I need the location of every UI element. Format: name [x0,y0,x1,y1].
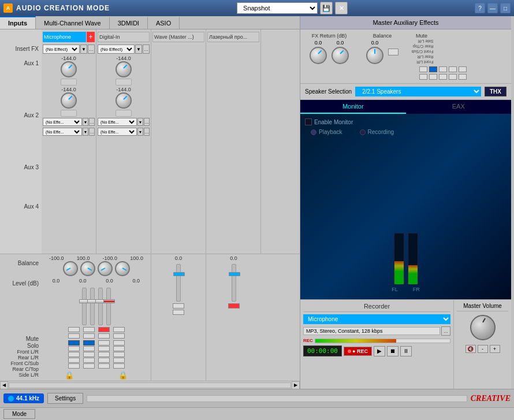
aux4-menu-di[interactable]: … [144,128,150,136]
fader-di-l[interactable] [98,288,103,325]
bal-knob-r-mic[interactable] [80,261,95,276]
thx-button[interactable]: THX [485,87,506,96]
aux3-menu-mic[interactable]: … [89,118,95,126]
snapshot-close-btn[interactable]: ✕ [335,2,348,14]
snapshot-save-btn[interactable]: 💾 [320,2,333,14]
aux4-select-di[interactable]: (No Effe... [98,128,137,136]
route-csub-mic-r[interactable] [83,352,95,357]
fader-mic-r[interactable] [90,288,95,325]
vol-mute-btn[interactable]: 🔇 [465,345,476,353]
vol-down-btn[interactable]: - [478,345,488,353]
master-vol-knob[interactable] [470,315,496,340]
route-rear-di-l[interactable] [98,346,110,351]
aux3-select-di[interactable]: (No Effe... [98,118,137,126]
route-aux1-side[interactable] [459,66,467,72]
tab-inputs[interactable]: Inputs [0,16,36,29]
route-side-di-l[interactable] [98,363,110,369]
route-aux2-ctop[interactable] [449,74,457,80]
insert-fx-microphone[interactable]: (No Effect) [43,44,80,54]
mode-button[interactable]: Mode [3,409,35,419]
mute-btn-mic-r[interactable] [83,327,95,332]
channel-name-digital-in[interactable]: Digital-In [98,32,150,42]
bal-knob-l-mic[interactable] [63,261,78,276]
tab-3dmidi[interactable]: 3DMIDI [110,16,148,29]
fader-laser[interactable] [232,264,236,302]
mute-btn-di-r[interactable] [113,327,125,332]
route-ctop-di-r[interactable] [113,358,125,363]
aux4-menu-mic[interactable]: … [89,128,95,136]
mute-btn-wave[interactable] [173,303,184,309]
aux1-fader-di[interactable] [116,79,132,86]
route-aux1-rear[interactable] [429,66,437,72]
aux1-knob-mic[interactable] [61,61,77,77]
route-aux2-side[interactable] [459,74,467,80]
channel-name-wave[interactable]: Wave (Master ...) [152,32,204,42]
bal-knob-r-di[interactable] [115,261,130,276]
vol-up-btn[interactable]: + [490,345,500,353]
help-button[interactable]: ? [475,3,485,13]
tab-monitor[interactable]: Monitor [300,100,406,114]
route-csub-di-l[interactable] [98,352,110,357]
route-aux1-csub[interactable] [439,66,447,72]
playback-radio[interactable] [311,129,316,135]
solo-btn-mic-r[interactable] [83,333,95,339]
fader-mic-l[interactable] [82,288,87,325]
aux3-expand-mic[interactable]: ▼ [83,118,88,126]
main-scrollbar[interactable] [87,395,467,402]
solo-btn-mic-l[interactable] [68,333,80,339]
fader-handle-di-r[interactable] [103,299,115,303]
padlock-di[interactable]: 🔒 [118,371,128,380]
speaker-select[interactable]: 2/2.1 Speakers [355,87,481,96]
route-aux2-front[interactable] [419,74,427,80]
aux1-fader-mic[interactable] [61,79,77,86]
route-aux2-csub[interactable] [439,74,447,80]
fx-menu-btn[interactable]: … [88,44,95,54]
tab-asio[interactable]: ASIO [148,16,180,29]
route-front-mic-l[interactable] [68,340,80,345]
fader-di-r[interactable] [106,288,111,325]
fx-menu-btn-di[interactable]: … [143,44,150,54]
route-csub-mic-l[interactable] [68,352,80,357]
route-ctop-mic-r[interactable] [83,358,95,363]
mute-btn-laser[interactable] [228,303,240,309]
stop-btn[interactable]: ⏹ [387,346,398,356]
aux4-expand-mic[interactable]: ▼ [83,128,88,136]
channel-add-btn-microphone[interactable]: + [87,32,95,42]
padlock-mic[interactable]: 🔒 [65,371,74,380]
route-front-mic-r[interactable] [83,340,95,345]
route-aux2-rear[interactable] [429,74,437,80]
route-csub-di-r[interactable] [113,352,125,357]
route-side-mic-r[interactable] [83,363,95,369]
aux2-knob-di[interactable] [116,92,132,109]
tab-eax[interactable]: EAX [406,100,512,114]
recorder-input-select[interactable]: Microphone [303,314,450,324]
fader-handle-wave[interactable] [173,272,185,276]
route-side-di-r[interactable] [113,363,125,369]
fader-wave[interactable] [176,264,181,302]
insert-fx-digital-in[interactable]: (No Effect) [98,44,135,54]
bal-return-btn[interactable] [388,49,398,55]
aux4-select-mic[interactable]: (No Effe... [43,128,82,136]
route-rear-mic-r[interactable] [83,346,95,351]
aux2-fader-di[interactable] [116,110,132,117]
play-btn[interactable]: ▶ [374,346,385,356]
scroll-right-btn[interactable]: ▶ [292,381,300,389]
solo-btn-wave[interactable] [173,310,184,315]
recorder-format-btn[interactable]: … [441,326,450,336]
fx-expand-btn-di[interactable]: ▼ [135,44,142,54]
route-side-mic-l[interactable] [68,363,80,369]
scroll-track[interactable] [9,382,291,388]
channel-name-laser[interactable]: Лазерный про... [207,32,259,42]
scroll-left-btn[interactable]: ◀ [0,381,8,389]
route-ctop-mic-l[interactable] [68,358,80,363]
route-aux1-front[interactable] [419,66,427,72]
mute-btn-di-l[interactable] [98,327,110,332]
aux3-expand-di[interactable]: ▼ [137,118,143,126]
maximize-button[interactable]: □ [500,3,511,13]
aux4-expand-di[interactable]: ▼ [137,128,143,136]
aux2-fader-mic[interactable] [61,110,77,117]
recording-radio[interactable] [360,129,366,135]
fx-return-knob2[interactable] [332,47,349,64]
route-rear-mic-l[interactable] [68,346,80,351]
aux3-select-mic[interactable]: (No Effe... [43,118,82,126]
